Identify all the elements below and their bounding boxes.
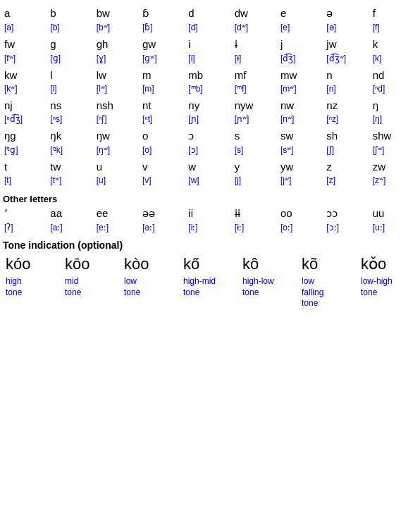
phoneme-letter: m	[142, 69, 185, 81]
phoneme-letter: ə	[326, 7, 369, 20]
phoneme-letter: ŋg	[4, 130, 47, 142]
phoneme-ipa: [ɓ]	[142, 23, 185, 32]
other-ipa: [ɨː]	[235, 223, 278, 232]
phoneme-letter: w	[188, 161, 231, 173]
phoneme-letter: shw	[373, 130, 416, 142]
other-letter: ɨɨ	[235, 207, 278, 220]
phoneme-ipa: [ɲʷ]	[235, 114, 278, 124]
phoneme-letter: s	[235, 130, 278, 142]
phoneme-ipa: [ⁿt]	[142, 114, 185, 124]
tone-letter: kōo	[65, 255, 118, 273]
phoneme-letter: b	[50, 7, 93, 19]
phoneme-letter: k	[373, 38, 416, 50]
phoneme-ipa: [mʷ]	[280, 84, 323, 94]
phoneme-ipa: [ᵐf]	[235, 84, 278, 94]
phoneme-ipa: [d͡ʒ]	[280, 54, 323, 63]
phoneme-ipa: [k]	[373, 54, 416, 63]
phoneme-ipa: [d]	[188, 23, 231, 32]
phoneme-letter: g	[50, 38, 93, 50]
phoneme-ipa: [ʃʷ]	[373, 145, 416, 155]
phoneme-letter: j	[280, 38, 323, 50]
phoneme-ipa: [z]	[326, 175, 369, 185]
phoneme-letter: i	[188, 38, 231, 50]
other-letter: oo	[280, 207, 323, 219]
phoneme-ipa: [ᵑɡ]	[4, 145, 47, 155]
phoneme-ipa: [ŋʷ]	[97, 145, 140, 155]
phoneme-letter: nz	[326, 99, 369, 111]
phoneme-letter: tw	[50, 161, 93, 173]
phoneme-letter: gh	[97, 38, 140, 50]
phoneme-ipa: [s]	[235, 145, 278, 155]
phoneme-letter: jw	[326, 38, 369, 50]
phoneme-ipa: [tʷ]	[50, 175, 93, 185]
phoneme-letter: yw	[280, 161, 323, 173]
phoneme-letter: e	[280, 7, 323, 19]
phoneme-letter: sh	[326, 130, 369, 142]
phoneme-letter: fw	[4, 38, 47, 50]
tone-label: lowtone	[124, 276, 178, 298]
other-ipa: [ɔː]	[326, 223, 369, 232]
phoneme-ipa: [sʷ]	[280, 145, 323, 155]
phoneme-ipa: [a]	[4, 23, 47, 32]
phoneme-letter: ŋw	[97, 130, 140, 142]
phoneme-letter: mb	[188, 69, 231, 81]
phoneme-letter: sw	[280, 130, 323, 142]
phoneme-letter: nyw	[235, 99, 278, 111]
phoneme-ipa: [ŋ]	[373, 114, 416, 124]
phoneme-ipa: [ⁿʃ]	[97, 114, 140, 124]
main-phonetic-table: abbwɓddweəf[a][b][bʷ][ɓ][d][dʷ][e][ə][f]…	[3, 6, 417, 190]
phoneme-ipa: [dʷ]	[235, 23, 278, 32]
other-letter: ɔɔ	[326, 207, 369, 220]
phoneme-ipa: [d͡ʒʷ]	[326, 54, 369, 63]
phoneme-ipa: [bʷ]	[97, 23, 140, 32]
phoneme-ipa: [l]	[50, 84, 93, 94]
phoneme-ipa: [t]	[4, 175, 47, 185]
phoneme-letter: ɓ	[142, 7, 185, 20]
tone-letter: kòo	[124, 255, 178, 273]
phoneme-ipa: [ɲ]	[188, 114, 231, 124]
other-letter: ee	[97, 207, 140, 219]
other-letters-table: ʼaaeeəəiiɨɨooɔɔuu[ʔ][aː][eː][əː][iː][ɨː]…	[3, 206, 417, 234]
phoneme-ipa: [j]	[235, 175, 278, 185]
tone-label: high-lowtone	[242, 276, 296, 298]
phoneme-letter: o	[142, 130, 185, 142]
phoneme-letter: lw	[97, 69, 140, 81]
tone-label: high-midtone	[183, 276, 237, 298]
tone-label: low-hightone	[361, 276, 414, 298]
phoneme-letter: u	[97, 161, 140, 173]
other-ipa: [aː]	[50, 223, 93, 232]
phoneme-letter: mf	[235, 69, 278, 81]
other-ipa: [eː]	[97, 223, 140, 232]
tone-table: kóokōokòokőkôkõkǒohightonemidtonelowtone…	[3, 254, 417, 311]
phoneme-ipa: [ʃ]	[326, 145, 369, 155]
tone-letter: kõ	[302, 255, 355, 273]
phoneme-letter: t	[4, 161, 47, 173]
phoneme-ipa: [ⁿd͡ʒ]	[4, 114, 47, 124]
other-ipa: [oː]	[280, 223, 323, 232]
phoneme-ipa: [zʷ]	[373, 175, 416, 185]
other-letters-title: Other letters	[3, 194, 417, 204]
phoneme-letter: zw	[373, 161, 416, 173]
other-letter: uu	[373, 207, 416, 219]
phoneme-letter: bw	[97, 7, 140, 19]
phoneme-ipa: [ⁿz]	[326, 114, 369, 124]
phoneme-letter: ŋ	[373, 99, 416, 111]
phoneme-ipa: [f]	[373, 23, 416, 32]
phoneme-ipa: [ɣ]	[97, 54, 140, 63]
tone-label: midtone	[65, 276, 118, 298]
phoneme-letter: nw	[280, 99, 323, 111]
phoneme-letter: l	[50, 69, 93, 81]
phoneme-ipa: [ə]	[326, 23, 369, 32]
phoneme-letter: kw	[4, 69, 47, 81]
phoneme-ipa: [ᵑk]	[50, 145, 93, 155]
other-ipa: [əː]	[142, 223, 185, 232]
phoneme-ipa: [ⁿs]	[50, 114, 93, 124]
other-ipa: [uː]	[373, 223, 416, 232]
phoneme-ipa: [n]	[326, 84, 369, 94]
phoneme-ipa: [b]	[50, 23, 93, 32]
other-letter: ʼ	[4, 207, 47, 220]
phoneme-ipa: [i]	[188, 54, 231, 63]
phoneme-ipa: [ɔ]	[188, 145, 231, 155]
other-letter: ii	[188, 207, 231, 219]
tone-label: lowfallingtone	[302, 276, 355, 309]
